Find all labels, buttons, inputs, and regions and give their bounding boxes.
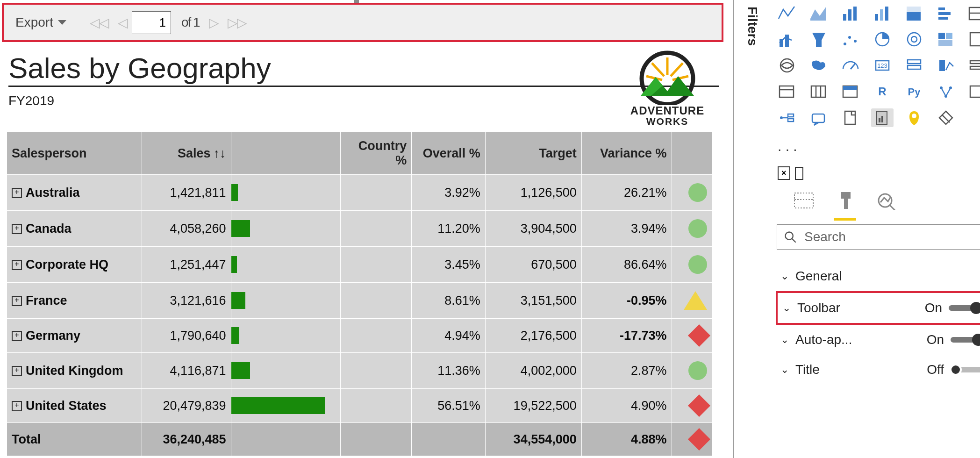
- svg-rect-10: [885, 7, 888, 21]
- viz-matrix-styled[interactable]: [839, 82, 862, 101]
- toolbar-toggle[interactable]: [949, 305, 980, 311]
- title-toggle[interactable]: [951, 367, 980, 372]
- format-search[interactable]: Search: [777, 224, 980, 250]
- expand-icon[interactable]: +: [12, 188, 22, 198]
- viz-shape-map[interactable]: [808, 56, 830, 75]
- prev-page-button[interactable]: ◁: [113, 15, 132, 30]
- selected-visual-header: [778, 166, 980, 180]
- col-target[interactable]: Target: [485, 132, 581, 175]
- delete-visual-icon[interactable]: [778, 166, 790, 180]
- expand-icon[interactable]: +: [12, 331, 22, 341]
- table-row[interactable]: +Germany1,790,6404.94%2,176,500-17.73%: [7, 319, 712, 353]
- viz-power-apps[interactable]: [935, 108, 957, 127]
- filters-pane-collapsed[interactable]: Filters: [733, 0, 771, 458]
- viz-matrix[interactable]: [808, 82, 830, 101]
- viz-slicer[interactable]: [966, 56, 980, 75]
- svg-line-72: [792, 239, 796, 243]
- page-input[interactable]: [132, 11, 171, 34]
- expand-icon[interactable]: +: [12, 366, 22, 376]
- expand-icon[interactable]: +: [12, 224, 22, 234]
- viz-line[interactable]: [776, 4, 798, 22]
- svg-rect-26: [938, 33, 945, 39]
- col-kpi: [672, 132, 712, 175]
- col-salesperson[interactable]: Salesperson: [7, 132, 142, 175]
- svg-rect-8: [875, 14, 878, 21]
- first-page-button[interactable]: ◁◁: [85, 15, 113, 30]
- col-overall-pct[interactable]: Overall %: [412, 132, 486, 175]
- last-page-button[interactable]: ▷▷: [223, 15, 251, 30]
- svg-rect-29: [970, 33, 980, 46]
- viz-funnel[interactable]: [808, 30, 830, 49]
- expand-icon[interactable]: +: [12, 260, 22, 270]
- expand-icon[interactable]: +: [12, 296, 22, 306]
- viz-table2[interactable]: [776, 82, 798, 101]
- viz-100stacked[interactable]: [903, 4, 925, 22]
- viz-key-influencers[interactable]: [935, 82, 957, 101]
- table-row[interactable]: +Corporate HQ1,251,4473.45%670,50086.64%: [7, 247, 712, 283]
- tab-fields[interactable]: [793, 188, 815, 221]
- svg-rect-5: [843, 14, 846, 21]
- section-general[interactable]: ⌄ General: [776, 261, 980, 291]
- svg-rect-61: [879, 118, 880, 122]
- tab-format[interactable]: [834, 188, 856, 221]
- table-row[interactable]: +United States20,479,83956.51%19,522,500…: [7, 389, 712, 423]
- viz-kpi[interactable]: [935, 56, 957, 75]
- total-target: 34,554,000: [485, 423, 581, 456]
- section-auto-apply[interactable]: ⌄ Auto-ap... On: [776, 325, 980, 355]
- sales-bar: [231, 184, 238, 201]
- svg-point-71: [786, 232, 793, 240]
- svg-rect-13: [938, 7, 945, 10]
- viz-python[interactable]: Py: [903, 82, 925, 101]
- selection-handle[interactable]: [354, 0, 359, 3]
- viz-globe-icon[interactable]: [776, 56, 798, 75]
- viz-stacked-bar[interactable]: [871, 4, 894, 22]
- format-sections: ⌄ General ⌄ Toolbar On ⌄ Auto-ap... On ⌄…: [776, 261, 980, 385]
- table-row[interactable]: +United Kingdom4,116,87111.36%4,002,0002…: [7, 353, 712, 389]
- table-row[interactable]: +Australia1,421,8113.92%1,126,50026.21%: [7, 175, 712, 211]
- viz-paginated-report[interactable]: [871, 108, 894, 127]
- paginated-toolbar: Export ◁◁ ◁ of 1 ▷ ▷▷: [2, 3, 723, 42]
- viz-decomp[interactable]: [966, 82, 980, 101]
- viz-pie[interactable]: [871, 30, 894, 49]
- viz-treemap[interactable]: [935, 30, 957, 49]
- viz-qna[interactable]: [808, 108, 830, 127]
- viz-blank[interactable]: [966, 30, 980, 49]
- viz-table[interactable]: [966, 4, 980, 22]
- viz-clustered-bar[interactable]: [839, 4, 862, 22]
- viz-hbar[interactable]: [935, 4, 957, 22]
- viz-multirow-card[interactable]: [903, 56, 925, 75]
- section-toolbar[interactable]: ⌄ Toolbar On: [776, 291, 980, 325]
- more-visuals-button[interactable]: . . .: [776, 136, 980, 163]
- tab-analytics[interactable]: [875, 188, 897, 221]
- total-variance: 4.88%: [581, 423, 672, 456]
- viz-arcgis[interactable]: [903, 108, 925, 127]
- svg-point-54: [780, 116, 783, 119]
- viz-area[interactable]: [808, 4, 830, 22]
- viz-r-script[interactable]: R: [871, 82, 894, 101]
- svg-line-52: [946, 88, 951, 96]
- viz-donut[interactable]: [903, 30, 925, 49]
- viz-decomposition-tree[interactable]: [776, 108, 798, 127]
- svg-rect-68: [844, 199, 848, 209]
- svg-rect-41: [811, 86, 825, 97]
- svg-rect-9: [880, 9, 883, 21]
- viz-combo[interactable]: [776, 30, 798, 49]
- export-button[interactable]: Export: [15, 15, 66, 30]
- autoapply-toggle[interactable]: [951, 337, 980, 343]
- company-logo: ADVENTURE WORKS: [625, 49, 709, 126]
- col-country-pct[interactable]: Country %: [340, 132, 412, 175]
- col-sales[interactable]: Sales↑↓: [142, 132, 231, 175]
- page-of-label: of 1: [177, 15, 204, 30]
- viz-card[interactable]: 123: [871, 56, 894, 75]
- table-row[interactable]: +France3,121,6168.61%3,151,500-0.95%: [7, 283, 712, 319]
- next-page-button[interactable]: ▷: [204, 15, 223, 30]
- viz-gauge[interactable]: [839, 56, 862, 75]
- viz-smart-narrative[interactable]: [839, 108, 862, 127]
- viz-scatter[interactable]: [839, 30, 862, 49]
- pager: ◁◁ ◁ of 1 ▷ ▷▷: [85, 11, 251, 34]
- expand-icon[interactable]: +: [12, 401, 22, 411]
- table-row[interactable]: +Canada4,058,26011.20%3,904,5003.94%: [7, 211, 712, 247]
- svg-rect-6: [848, 9, 851, 21]
- col-variance-pct[interactable]: Variance %: [581, 132, 672, 175]
- section-title[interactable]: ⌄ Title Off: [776, 355, 980, 385]
